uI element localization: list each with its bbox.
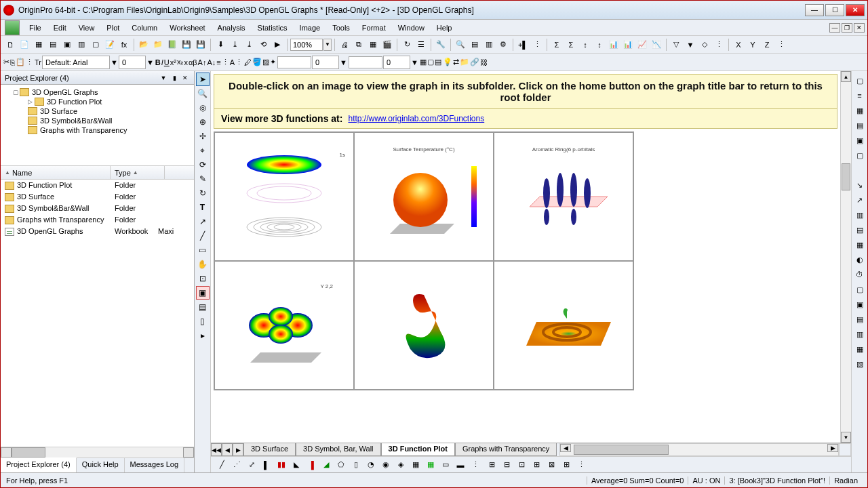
stats-button[interactable]: Σ <box>550 38 564 52</box>
menu-worksheet[interactable]: Worksheet <box>164 22 210 34</box>
paste-more-button[interactable]: ⋮ <box>26 58 33 66</box>
tab-first-button[interactable]: ◀◀ <box>211 443 222 456</box>
tree-item[interactable]: 3D Surface <box>3 106 191 116</box>
grid-button[interactable]: ▦ <box>420 58 427 66</box>
text-tool[interactable]: T <box>196 201 210 214</box>
duplicate-button[interactable]: ⧉ <box>352 38 366 52</box>
stack-button[interactable]: ▐ <box>304 458 318 472</box>
layout-more-button[interactable]: ⋮ <box>574 458 588 472</box>
new-layout-button[interactable]: ▢ <box>89 38 102 52</box>
mdi-restore-button[interactable]: ❐ <box>842 23 852 33</box>
num2-dropdown[interactable]: ▼ <box>411 58 418 66</box>
bar-chart-button[interactable]: ▮▮ <box>275 458 288 472</box>
pe-h-scrollbar[interactable] <box>1 447 194 458</box>
graph-thumbnail[interactable] <box>354 261 494 390</box>
hscroll-right-button[interactable]: ▶ <box>827 444 838 452</box>
font-color-more-button[interactable]: ⋮ <box>235 58 243 66</box>
layout4-button[interactable]: ⊞ <box>530 458 543 472</box>
menu-format[interactable]: Format <box>357 22 391 34</box>
cut-button[interactable]: ✂ <box>3 58 9 66</box>
increase-font-button[interactable]: A↑ <box>198 58 207 66</box>
template-button[interactable]: ▭ <box>439 458 452 472</box>
add-layer2-button[interactable]: ▣ <box>853 298 867 311</box>
results-log-button[interactable]: ▤ <box>468 38 481 52</box>
menu-edit[interactable]: Edit <box>48 22 72 34</box>
scroll-left-button[interactable] <box>1 447 12 458</box>
scroll-down-button[interactable]: ▼ <box>841 432 851 443</box>
polygon-button[interactable]: ⬠ <box>334 458 348 472</box>
import-single-button[interactable]: ⤓ <box>228 38 241 52</box>
graph-thumbnail[interactable]: Surface Temperature (°C) <box>354 132 494 261</box>
menu-analysis[interactable]: Analysis <box>212 22 251 34</box>
pe-close-button[interactable]: ✕ <box>180 73 190 83</box>
new-notes-button[interactable]: 📝 <box>103 38 117 52</box>
line-width-dropdown[interactable]: ▼ <box>340 58 347 66</box>
front-button[interactable]: ▣ <box>853 134 867 147</box>
supersub-button[interactable]: x <box>184 58 188 66</box>
sheet-tab-active[interactable]: 3D Function Plot <box>381 443 455 456</box>
v-scrollbar[interactable]: ▲ ▼ <box>840 71 851 443</box>
mask2-button[interactable]: ▼ <box>684 38 697 52</box>
menu-tools[interactable]: Tools <box>327 22 355 34</box>
chart3-button[interactable]: 📈 <box>635 38 649 52</box>
layer-button[interactable]: ▢ <box>427 58 434 66</box>
table-button[interactable]: ▤ <box>435 58 441 66</box>
area-plot-button[interactable]: ◣ <box>290 458 303 472</box>
new-project-button[interactable]: 🗋 <box>3 38 17 52</box>
greek-button[interactable]: αβ <box>189 58 197 66</box>
layout5-button[interactable]: ⊠ <box>545 458 558 472</box>
more-plots-button[interactable]: ⋮ <box>469 458 482 472</box>
layout2-button[interactable]: ⊟ <box>500 458 513 472</box>
scroll-up-button[interactable]: ▲ <box>841 71 851 82</box>
graph-thumbnail[interactable]: 1s <box>214 132 354 261</box>
open-button[interactable]: 📂 <box>137 38 151 52</box>
layout3-button[interactable]: ⊡ <box>515 458 528 472</box>
list-item[interactable]: 3D Function Plot Folder <box>1 180 194 191</box>
batch-button[interactable]: ⟲ <box>256 38 270 52</box>
graph-thumbnail[interactable]: Y 2,2 <box>214 261 354 390</box>
line-color-button[interactable]: 🖊 <box>244 58 252 66</box>
maximize-button[interactable]: ☐ <box>825 4 844 16</box>
z-button[interactable]: Z <box>760 38 774 52</box>
light-button[interactable]: ✦ <box>270 58 276 66</box>
align-button[interactable]: ≡ <box>853 89 867 102</box>
chart2-button[interactable]: 📊 <box>621 38 635 52</box>
view-mode-button[interactable]: ☰ <box>414 38 428 52</box>
hand-tool[interactable]: ✋ <box>196 258 210 271</box>
copy-button[interactable]: ⎘ <box>10 58 15 66</box>
tab-quick-help[interactable]: Quick Help <box>77 458 125 472</box>
new-matrix-button[interactable]: ▤ <box>46 38 60 52</box>
line-width-input[interactable]: 0 <box>312 56 339 69</box>
group-button[interactable]: ▦ <box>853 104 867 117</box>
expand-icon[interactable]: ▸ <box>196 329 210 342</box>
graph-thumbnail[interactable] <box>494 261 633 390</box>
arrow-tool[interactable]: ↗ <box>196 215 210 228</box>
v-scroll-thumb[interactable] <box>842 163 850 190</box>
zoom-tool[interactable]: 🔍 <box>196 87 210 100</box>
3d-button[interactable]: ◈ <box>394 458 408 472</box>
tree-item[interactable]: 3D Symbol&Bar&Wall <box>3 116 191 125</box>
tab-messages-log[interactable]: Messages Log <box>125 458 185 472</box>
gear-icon[interactable]: ⚙ <box>496 38 510 52</box>
menu-column[interactable]: Column <box>126 22 163 34</box>
add-column-button[interactable]: +▌ <box>516 38 530 52</box>
underline-button[interactable]: U <box>164 58 170 66</box>
line-symbol-button[interactable]: ⤢ <box>245 458 258 472</box>
menu-image[interactable]: Image <box>294 22 326 34</box>
data-selector-tool[interactable]: ✢ <box>196 129 210 143</box>
layer-mgmt-button[interactable]: ▥ <box>853 208 867 222</box>
reader-tool[interactable]: ◎ <box>196 101 210 115</box>
screen-reader-tool[interactable]: ⊕ <box>196 115 210 129</box>
merge-button[interactable]: ▦ <box>853 238 867 251</box>
add-layer4-button[interactable]: ▥ <box>853 327 867 341</box>
zoom-rect-tool[interactable]: ⊡ <box>196 272 210 285</box>
symbol-select[interactable] <box>349 56 382 68</box>
extract-button[interactable]: ▤ <box>853 223 867 237</box>
insert-graph-tool[interactable]: ▣ <box>196 286 210 300</box>
pe-pin-button[interactable]: ▮ <box>170 73 179 83</box>
scroll-thumb[interactable] <box>12 447 45 458</box>
recalc-button[interactable]: ▶ <box>271 38 284 52</box>
pie-chart-button[interactable]: ◔ <box>364 458 378 472</box>
sort2-button[interactable]: ↕ <box>593 38 606 52</box>
font-color-button[interactable]: A <box>230 58 235 66</box>
